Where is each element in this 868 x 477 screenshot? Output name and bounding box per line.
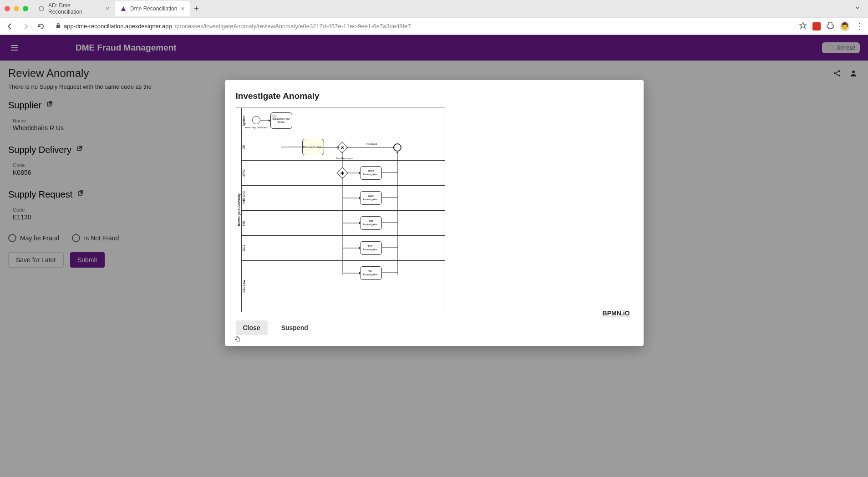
modal-overlay[interactable]: Investigate Anomaly Investigate Anomaly … [0,35,868,274]
tab-title-2: Dme Reconciliation [130,5,177,12]
tab-close-1[interactable]: × [106,5,109,12]
tab-favicon-1 [38,5,45,12]
start-event [252,116,260,124]
reload-button[interactable] [36,21,46,32]
forward-button[interactable] [20,21,31,32]
resolved-label: Resolved [366,142,377,145]
lane-zpic: ZPIC [242,169,245,177]
traffic-lights [5,6,28,11]
modal: Investigate Anomaly Investigate Anomaly … [225,80,644,274]
toolbar-icons: 👨 ⋮ [799,21,863,31]
minimize-window-button[interactable] [14,6,19,11]
close-window-button[interactable] [5,6,10,11]
lock-icon [56,23,61,30]
browser-tab-2[interactable]: Dme Reconciliation × [115,1,190,16]
start-event-label: Anomaly Detected [245,126,268,129]
task-calc-risk: Calculate Risk Score [270,112,292,129]
url-path: /processes/investigateAnomaly/reviewAnom… [175,23,411,30]
lane-system: System [242,116,245,126]
tab-title-1: AD: Dme Reconciliation [48,2,102,15]
url-bar[interactable]: app-dme-reconciliation.apexdesigner.app/… [51,20,794,33]
browser-chrome: AD: Dme Reconciliation × Dme Reconciliat… [0,0,868,35]
lane-hhs: HHS OIG [242,191,245,205]
address-bar: app-dme-reconciliation.apexdesigner.app/… [0,17,868,35]
pool-label: Investigate Anomaly [237,193,241,226]
browser-tab-1[interactable]: AD: Dme Reconciliation × [33,1,115,16]
lane-or: OR [242,145,245,150]
chevron-down-icon[interactable] [854,5,861,13]
url-domain: app-dme-reconciliation.apexdesigner.app [64,23,172,30]
profile-avatar[interactable]: 👨 [840,21,850,31]
tab-bar: AD: Dme Reconciliation × Dme Reconciliat… [0,0,868,17]
not-resolved-label: Not Resolved [336,157,353,160]
star-icon[interactable] [799,21,807,31]
new-tab-button[interactable]: + [190,2,203,15]
lane-doj: DOJ [242,245,245,251]
extensions-icon[interactable] [826,21,834,31]
task-hhs: HHS Investigation [360,191,382,205]
task-fbi: FBI Investigation [360,216,382,230]
bpmn-diagram[interactable]: Investigate Anomaly System OR ZPIC [236,107,445,274]
task-sl: S&L Investigation [360,266,382,274]
maximize-window-button[interactable] [23,6,28,11]
back-button[interactable] [5,21,15,32]
task-doj: DOJ Investigation [360,241,382,255]
task-review-anomaly: Review Anomaly [302,139,324,155]
extension-icon-1[interactable] [812,22,821,30]
svg-point-0 [39,6,44,11]
task-zpic: ZPIC Investigation [360,166,382,180]
svg-rect-1 [56,25,60,28]
tab-close-2[interactable]: × [181,5,184,12]
tab-favicon-2 [120,5,127,12]
lane-fbi: FBI [242,221,245,226]
menu-kebab-icon[interactable]: ⋮ [855,21,863,31]
modal-title: Investigate Anomaly [236,91,633,101]
